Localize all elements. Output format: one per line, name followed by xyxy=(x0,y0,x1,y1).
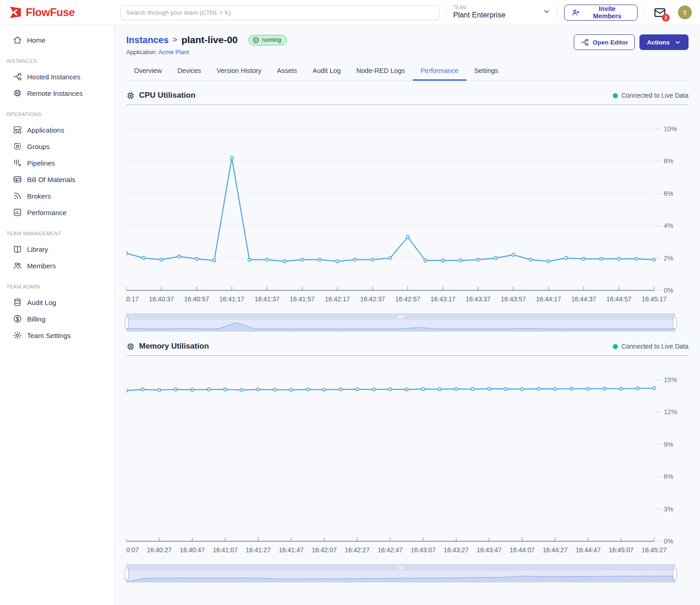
audit-log-icon xyxy=(13,298,22,307)
brokers-icon xyxy=(13,191,22,200)
open-editor-button[interactable]: Open Editor xyxy=(574,34,635,50)
team-selector[interactable]: TEAM: Plant Enterprise xyxy=(453,5,551,20)
flowfuse-logo[interactable]: FlowFuse xyxy=(0,6,115,19)
tab-audit-log[interactable]: Audit Log xyxy=(305,63,348,81)
sidebar-item-audit-log[interactable]: Audit Log xyxy=(0,294,114,311)
svg-text:16:44:27: 16:44:27 xyxy=(543,546,568,554)
flowfuse-app: FlowFuse TEAM: Plant Enterprise xyxy=(0,0,700,605)
svg-text:16:44:47: 16:44:47 xyxy=(576,546,601,554)
svg-text:16:43:17: 16:43:17 xyxy=(431,295,456,303)
sidebar-item-team-settings[interactable]: Team Settings xyxy=(0,327,114,344)
sidebar-item-label: Team Settings xyxy=(27,332,71,339)
svg-text:16:40:37: 16:40:37 xyxy=(149,295,174,303)
svg-text:16:44:07: 16:44:07 xyxy=(510,546,535,554)
sidebar-item-home[interactable]: Home xyxy=(0,32,114,48)
memory-brush-grip[interactable] xyxy=(127,565,675,571)
memory-brush-area[interactable] xyxy=(127,571,675,582)
divider xyxy=(644,6,644,19)
svg-text:16:43:37: 16:43:37 xyxy=(465,295,491,303)
sidebar-section-label: INSTANCES xyxy=(0,48,114,68)
search-input[interactable] xyxy=(120,5,440,20)
svg-text:6%: 6% xyxy=(664,473,673,480)
actions-button[interactable]: Actions xyxy=(639,34,689,50)
tab-node-red-logs[interactable]: Node-RED Logs xyxy=(348,63,413,81)
sidebar-item-label: Billing xyxy=(27,315,45,323)
memory-live-status: Connected to Live Data xyxy=(613,343,689,350)
invite-members-label: Invite Members xyxy=(584,5,630,20)
avatar[interactable]: fl xyxy=(678,6,692,19)
breadcrumb-instances-link[interactable]: Instances xyxy=(126,35,168,45)
svg-text:16:45:17: 16:45:17 xyxy=(642,295,667,303)
sidebar-item-members[interactable]: Members xyxy=(0,257,114,274)
sidebar-item-remote-instances[interactable]: Remote Instances xyxy=(0,85,114,101)
team-label: TEAM: xyxy=(453,5,505,11)
team-name: Plant Enterprise xyxy=(453,11,505,20)
cpu-brush-handle-right[interactable] xyxy=(673,317,677,329)
sidebar-item-applications[interactable]: Applications xyxy=(0,122,114,138)
svg-text:0:17: 0:17 xyxy=(126,295,139,303)
sidebar-item-pipelines[interactable]: Pipelines xyxy=(0,155,114,171)
svg-text:16:44:57: 16:44:57 xyxy=(606,295,632,303)
svg-text:16:43:07: 16:43:07 xyxy=(411,546,436,554)
tab-overview[interactable]: Overview xyxy=(126,63,169,81)
home-icon xyxy=(13,35,22,44)
sidebar-item-label: Members xyxy=(27,262,56,270)
pipelines-icon xyxy=(13,158,22,167)
notifications-button[interactable]: 2 xyxy=(654,6,666,19)
svg-text:3%: 3% xyxy=(664,505,673,513)
tab-performance[interactable]: Performance xyxy=(413,63,466,81)
cpu-section-title-text: CPU Utilisation xyxy=(139,91,196,100)
sidebar-item-label: Groups xyxy=(27,143,50,150)
chevron-down-icon xyxy=(543,7,551,17)
breadcrumb-separator: > xyxy=(173,35,177,44)
sidebar-item-label: Performance xyxy=(27,209,67,216)
cpu-brush-handle-left[interactable] xyxy=(125,317,129,329)
cpu-brush-grip[interactable] xyxy=(127,314,675,320)
status-badge-label: running xyxy=(262,37,281,43)
memory-brush-handle-left[interactable] xyxy=(125,568,129,580)
library-icon xyxy=(13,244,22,254)
invite-members-button[interactable]: Invite Members xyxy=(564,5,638,21)
sidebar-item-performance[interactable]: Performance xyxy=(0,204,114,221)
svg-text:16:41:27: 16:41:27 xyxy=(246,546,271,554)
cpu-brush-area[interactable] xyxy=(127,320,675,331)
cpu-live-status: Connected to Live Data xyxy=(613,92,689,99)
svg-text:4%: 4% xyxy=(664,222,673,229)
tab-assets[interactable]: Assets xyxy=(269,63,305,81)
sidebar-item-library[interactable]: Library xyxy=(0,241,114,257)
memory-chip-icon xyxy=(126,342,135,351)
svg-text:16:43:47: 16:43:47 xyxy=(476,546,502,554)
svg-text:16:42:47: 16:42:47 xyxy=(378,546,403,554)
tab-devices[interactable]: Devices xyxy=(169,63,209,81)
svg-text:9%: 9% xyxy=(664,441,673,448)
tab-settings[interactable]: Settings xyxy=(466,63,506,81)
cpu-chart-brush[interactable] xyxy=(126,313,675,332)
svg-text:12%: 12% xyxy=(664,408,677,416)
svg-text:16:41:57: 16:41:57 xyxy=(290,295,315,303)
page-head-buttons: Open Editor Actions xyxy=(574,34,689,50)
application-link[interactable]: Acme Plant xyxy=(158,49,189,56)
page-head-left: Instances > plant-live-00 running xyxy=(126,34,287,56)
live-dot-icon xyxy=(613,93,618,98)
sidebar-item-groups[interactable]: Groups xyxy=(0,138,114,155)
svg-text:16:44:37: 16:44:37 xyxy=(571,295,596,303)
sidebar-item-label: Bill Of Materials xyxy=(27,176,75,183)
breadcrumb: Instances > plant-live-00 running xyxy=(126,34,287,45)
tab-bar: OverviewDevicesVersion HistoryAssetsAudi… xyxy=(126,63,689,81)
sidebar-item-hosted-instances[interactable]: Hosted Instances xyxy=(0,68,114,85)
actions-label: Actions xyxy=(647,39,670,46)
sidebar-item-brokers[interactable]: Brokers xyxy=(0,188,114,204)
sidebar-item-bill-of-materials[interactable]: Bill Of Materials xyxy=(0,171,114,188)
svg-text:2%: 2% xyxy=(664,255,673,262)
memory-chart-brush[interactable] xyxy=(126,564,675,583)
tab-version-history[interactable]: Version History xyxy=(209,63,269,81)
svg-text:16:41:07: 16:41:07 xyxy=(213,546,238,554)
settings-icon xyxy=(13,331,22,340)
sidebar-item-billing[interactable]: Billing xyxy=(0,311,114,327)
cpu-section-title: CPU Utilisation xyxy=(126,91,196,100)
svg-text:8%: 8% xyxy=(664,157,673,165)
memory-brush-handle-right[interactable] xyxy=(673,568,677,580)
application-label: Application: xyxy=(126,49,157,56)
memory-utilisation-chart: 0%3%6%9%12%15%0:0716:40:2716:40:4716:41:… xyxy=(126,356,689,560)
sidebar-item-label: Library xyxy=(27,245,48,253)
